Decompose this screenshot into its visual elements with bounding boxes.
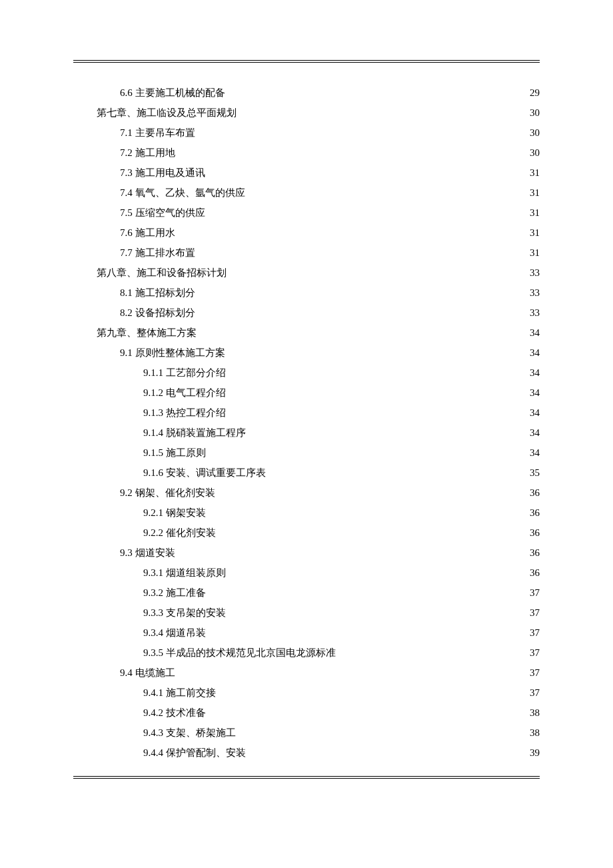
toc-entry-label: 9.4.2 技术准备 bbox=[143, 703, 206, 723]
toc-entry-label: 9.1.4 脱硝装置施工程序 bbox=[143, 423, 246, 443]
toc-entry-label: 7.3 施工用电及通讯 bbox=[120, 163, 205, 183]
toc-entry-label: 9.3.1 烟道组装原则 bbox=[143, 563, 226, 583]
toc-entry: 9.2 钢架、催化剂安装36 bbox=[73, 483, 540, 503]
toc-entry-label: 9.1.3 热控工程介绍 bbox=[143, 403, 226, 423]
toc-entry: 8.2 设备招标划分33 bbox=[73, 303, 540, 323]
toc-entry: 6.6 主要施工机械的配备29 bbox=[73, 83, 540, 103]
toc-entry-label: 9.4.1 施工前交接 bbox=[143, 683, 216, 703]
toc-entry-page: 34 bbox=[530, 343, 540, 363]
toc-entry-page: 34 bbox=[530, 423, 540, 443]
toc-entry: 7.3 施工用电及通讯31 bbox=[73, 163, 540, 183]
toc-entry-label: 9.1.5 施工原则 bbox=[143, 443, 206, 463]
toc-entry: 9.4.1 施工前交接37 bbox=[73, 683, 540, 703]
toc-entry-page: 31 bbox=[530, 163, 540, 183]
toc-entry-page: 36 bbox=[530, 563, 540, 583]
bottom-divider bbox=[73, 776, 540, 779]
toc-entry-page: 31 bbox=[530, 223, 540, 243]
toc-entry: 9.3.5 半成品的技术规范见北京国电龙源标准37 bbox=[73, 643, 540, 663]
toc-entry-label: 9.1 原则性整体施工方案 bbox=[120, 343, 225, 363]
toc-entry-label: 9.1.6 安装、调试重要工序表 bbox=[143, 463, 266, 483]
toc-entry-page: 37 bbox=[530, 583, 540, 603]
toc-entry: 7.7 施工排水布置31 bbox=[73, 243, 540, 263]
toc-entry-label: 9.4 电缆施工 bbox=[120, 663, 175, 683]
toc-entry-label: 8.1 施工招标划分 bbox=[120, 283, 195, 303]
toc-entry-page: 39 bbox=[530, 743, 540, 763]
toc-entry-label: 9.3.3 支吊架的安装 bbox=[143, 603, 226, 623]
toc-entry: 9.2.1 钢架安装36 bbox=[73, 503, 540, 523]
toc-entry: 9.4.3 支架、桥架施工38 bbox=[73, 723, 540, 743]
table-of-contents: 6.6 主要施工机械的配备29第七章、施工临设及总平面规划307.1 主要吊车布… bbox=[73, 83, 540, 763]
toc-entry-label: 7.1 主要吊车布置 bbox=[120, 123, 195, 143]
toc-entry-page: 37 bbox=[530, 603, 540, 623]
toc-entry: 9.3.2 施工准备37 bbox=[73, 583, 540, 603]
toc-entry-page: 31 bbox=[530, 183, 540, 203]
toc-entry-page: 30 bbox=[530, 143, 540, 163]
toc-entry: 7.5 压缩空气的供应31 bbox=[73, 203, 540, 223]
toc-entry-label: 7.2 施工用地 bbox=[120, 143, 175, 163]
toc-entry: 第七章、施工临设及总平面规划30 bbox=[73, 103, 540, 123]
toc-entry-page: 36 bbox=[530, 523, 540, 543]
toc-entry-page: 30 bbox=[530, 103, 540, 123]
toc-entry: 第八章、施工和设备招标计划33 bbox=[73, 263, 540, 283]
toc-entry-label: 第八章、施工和设备招标计划 bbox=[97, 263, 227, 283]
toc-entry-page: 34 bbox=[530, 443, 540, 463]
toc-entry-page: 37 bbox=[530, 683, 540, 703]
toc-entry-page: 29 bbox=[530, 83, 540, 103]
toc-entry-page: 31 bbox=[530, 203, 540, 223]
toc-entry-label: 7.4 氧气、乙炔、氩气的供应 bbox=[120, 183, 245, 203]
toc-entry-page: 34 bbox=[530, 323, 540, 343]
toc-entry: 8.1 施工招标划分33 bbox=[73, 283, 540, 303]
toc-entry-label: 9.3.5 半成品的技术规范见北京国电龙源标准 bbox=[143, 643, 336, 663]
toc-entry-page: 34 bbox=[530, 403, 540, 423]
toc-entry-page: 34 bbox=[530, 363, 540, 383]
toc-entry: 9.3.3 支吊架的安装37 bbox=[73, 603, 540, 623]
toc-entry-page: 37 bbox=[530, 643, 540, 663]
toc-entry: 9.3 烟道安装36 bbox=[73, 543, 540, 563]
toc-entry: 9.4 电缆施工37 bbox=[73, 663, 540, 683]
toc-entry-label: 9.2.1 钢架安装 bbox=[143, 503, 206, 523]
toc-entry-page: 37 bbox=[530, 663, 540, 683]
toc-entry-page: 33 bbox=[530, 303, 540, 323]
toc-entry-page: 36 bbox=[530, 503, 540, 523]
toc-entry: 9.1.1 工艺部分介绍34 bbox=[73, 363, 540, 383]
toc-entry-label: 7.6 施工用水 bbox=[120, 223, 175, 243]
toc-entry: 9.3.4 烟道吊装37 bbox=[73, 623, 540, 643]
toc-entry-label: 9.2.2 催化剂安装 bbox=[143, 523, 216, 543]
toc-entry-label: 7.7 施工排水布置 bbox=[120, 243, 195, 263]
toc-entry: 7.2 施工用地30 bbox=[73, 143, 540, 163]
toc-entry-page: 30 bbox=[530, 123, 540, 143]
toc-entry-label: 8.2 设备招标划分 bbox=[120, 303, 195, 323]
toc-entry: 7.6 施工用水31 bbox=[73, 223, 540, 243]
toc-entry: 9.4.4 保护管配制、安装39 bbox=[73, 743, 540, 763]
toc-entry-label: 9.1.1 工艺部分介绍 bbox=[143, 363, 226, 383]
toc-entry: 9.1.2 电气工程介绍34 bbox=[73, 383, 540, 403]
toc-entry-page: 36 bbox=[530, 543, 540, 563]
toc-entry: 9.1.6 安装、调试重要工序表35 bbox=[73, 463, 540, 483]
toc-entry-label: 9.3.2 施工准备 bbox=[143, 583, 206, 603]
toc-entry-page: 35 bbox=[530, 463, 540, 483]
toc-entry-label: 9.4.4 保护管配制、安装 bbox=[143, 743, 246, 763]
toc-entry-label: 9.4.3 支架、桥架施工 bbox=[143, 723, 236, 743]
toc-entry-label: 9.2 钢架、催化剂安装 bbox=[120, 483, 215, 503]
toc-entry-page: 33 bbox=[530, 283, 540, 303]
toc-entry-label: 9.3 烟道安装 bbox=[120, 543, 175, 563]
toc-entry-label: 第七章、施工临设及总平面规划 bbox=[97, 103, 237, 123]
toc-entry: 9.1 原则性整体施工方案34 bbox=[73, 343, 540, 363]
toc-entry-label: 9.1.2 电气工程介绍 bbox=[143, 383, 226, 403]
toc-entry-page: 38 bbox=[530, 703, 540, 723]
toc-entry: 第九章、整体施工方案34 bbox=[73, 323, 540, 343]
toc-entry-page: 37 bbox=[530, 623, 540, 643]
toc-entry-page: 34 bbox=[530, 383, 540, 403]
toc-entry: 9.1.3 热控工程介绍34 bbox=[73, 403, 540, 423]
top-divider bbox=[73, 60, 540, 63]
toc-entry: 9.4.2 技术准备38 bbox=[73, 703, 540, 723]
toc-entry: 9.1.4 脱硝装置施工程序34 bbox=[73, 423, 540, 443]
toc-entry-label: 第九章、整体施工方案 bbox=[97, 323, 197, 343]
toc-entry-label: 7.5 压缩空气的供应 bbox=[120, 203, 205, 223]
toc-entry-page: 36 bbox=[530, 483, 540, 503]
toc-entry: 9.3.1 烟道组装原则36 bbox=[73, 563, 540, 583]
toc-entry-page: 33 bbox=[530, 263, 540, 283]
toc-entry-page: 38 bbox=[530, 723, 540, 743]
toc-entry-label: 6.6 主要施工机械的配备 bbox=[120, 83, 225, 103]
toc-entry: 7.1 主要吊车布置30 bbox=[73, 123, 540, 143]
